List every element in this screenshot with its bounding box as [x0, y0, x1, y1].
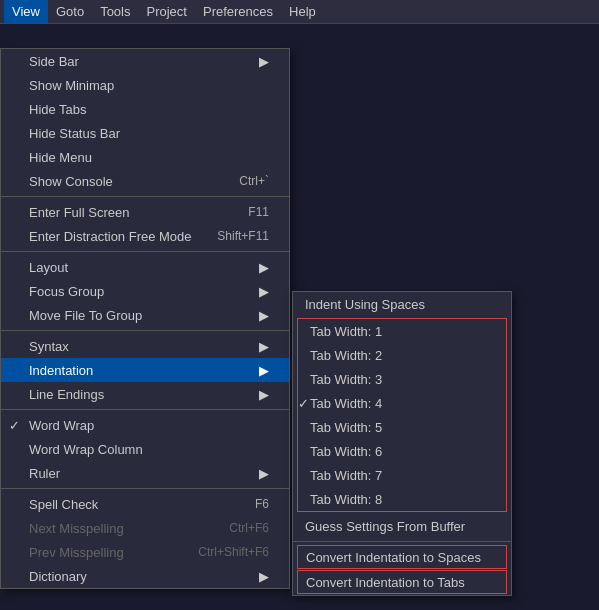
menu-item-dictionary[interactable]: Dictionary ▶ — [1, 564, 289, 588]
menu-item-ruler[interactable]: Ruler ▶ — [1, 461, 289, 485]
menu-item-next-misspelling[interactable]: Next Misspelling Ctrl+F6 — [1, 516, 289, 540]
menu-item-show-console[interactable]: Show Console Ctrl+` — [1, 169, 289, 193]
menubar-view[interactable]: View — [4, 0, 48, 23]
submenu-guess-settings[interactable]: Guess Settings From Buffer — [293, 514, 511, 538]
separator-3 — [1, 330, 289, 331]
checkmark-icon: ✓ — [9, 418, 20, 433]
arrow-icon-dictionary: ▶ — [249, 569, 269, 584]
menu-item-spell-check[interactable]: Spell Check F6 — [1, 492, 289, 516]
menu-item-fullscreen[interactable]: Enter Full Screen F11 — [1, 200, 289, 224]
menu-item-sidebar[interactable]: Side Bar ▶ — [1, 49, 289, 73]
arrow-icon-layout: ▶ — [249, 260, 269, 275]
menu-item-move-file-group[interactable]: Move File To Group ▶ — [1, 303, 289, 327]
submenu-tab-width-8[interactable]: Tab Width: 8 — [298, 487, 506, 511]
arrow-icon-indentation: ▶ — [249, 363, 269, 378]
submenu-convert-to-spaces[interactable]: Convert Indentation to Spaces — [297, 545, 507, 569]
menu-item-minimap[interactable]: Show Minimap — [1, 73, 289, 97]
tab-width-4-checkmark: ✓ — [298, 396, 309, 411]
arrow-icon-move-file: ▶ — [249, 308, 269, 323]
separator-4 — [1, 409, 289, 410]
menubar-tools[interactable]: Tools — [92, 0, 138, 23]
menu-item-hide-menu[interactable]: Hide Menu — [1, 145, 289, 169]
menu-item-distraction-free[interactable]: Enter Distraction Free Mode Shift+F11 — [1, 224, 289, 248]
menubar-help[interactable]: Help — [281, 0, 324, 23]
menubar-goto[interactable]: Goto — [48, 0, 92, 23]
tab-width-group: Tab Width: 1 Tab Width: 2 Tab Width: 3 ✓… — [297, 318, 507, 512]
arrow-icon-syntax: ▶ — [249, 339, 269, 354]
submenu-tab-width-7[interactable]: Tab Width: 7 — [298, 463, 506, 487]
separator-5 — [1, 488, 289, 489]
menu-item-hide-tabs[interactable]: Hide Tabs — [1, 97, 289, 121]
arrow-icon-ruler: ▶ — [249, 466, 269, 481]
arrow-icon: ▶ — [249, 54, 269, 69]
arrow-icon-line-endings: ▶ — [249, 387, 269, 402]
menu-item-word-wrap[interactable]: ✓ Word Wrap — [1, 413, 289, 437]
menu-item-prev-misspelling[interactable]: Prev Misspelling Ctrl+Shift+F6 — [1, 540, 289, 564]
submenu-convert-to-tabs[interactable]: Convert Indentation to Tabs — [297, 570, 507, 594]
submenu-tab-width-6[interactable]: Tab Width: 6 — [298, 439, 506, 463]
separator-2 — [1, 251, 289, 252]
submenu-tab-width-4[interactable]: ✓ Tab Width: 4 — [298, 391, 506, 415]
menu-item-indentation[interactable]: Indentation ▶ — [1, 358, 289, 382]
menu-item-word-wrap-column[interactable]: Word Wrap Column — [1, 437, 289, 461]
menubar: View Goto Tools Project Preferences Help — [0, 0, 599, 24]
menu-item-layout[interactable]: Layout ▶ — [1, 255, 289, 279]
menu-item-line-endings[interactable]: Line Endings ▶ — [1, 382, 289, 406]
submenu-tab-width-1[interactable]: Tab Width: 1 — [298, 319, 506, 343]
separator-1 — [1, 196, 289, 197]
indentation-submenu: Indent Using Spaces Tab Width: 1 Tab Wid… — [292, 291, 512, 596]
arrow-icon-focus-group: ▶ — [249, 284, 269, 299]
submenu-tab-width-3[interactable]: Tab Width: 3 — [298, 367, 506, 391]
menu-item-focus-group[interactable]: Focus Group ▶ — [1, 279, 289, 303]
submenu-indent-using-spaces[interactable]: Indent Using Spaces — [293, 292, 511, 316]
submenu-separator — [293, 541, 511, 542]
submenu-tab-width-5[interactable]: Tab Width: 5 — [298, 415, 506, 439]
menu-item-hide-status-bar[interactable]: Hide Status Bar — [1, 121, 289, 145]
menu-item-syntax[interactable]: Syntax ▶ — [1, 334, 289, 358]
view-menu: Side Bar ▶ Show Minimap Hide Tabs Hide S… — [0, 48, 290, 589]
menubar-project[interactable]: Project — [139, 0, 195, 23]
submenu-tab-width-2[interactable]: Tab Width: 2 — [298, 343, 506, 367]
menubar-preferences[interactable]: Preferences — [195, 0, 281, 23]
